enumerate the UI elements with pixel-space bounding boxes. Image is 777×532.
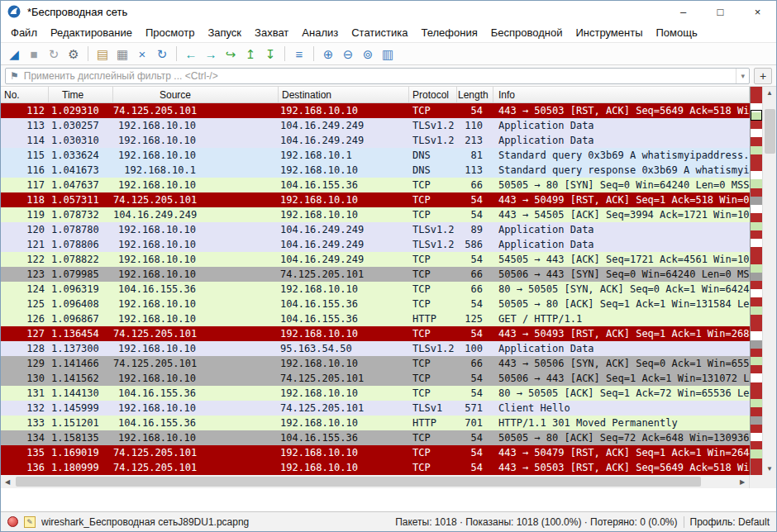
column-header-time[interactable]: Time — [49, 87, 113, 102]
filter-dropdown-icon[interactable]: ▾ — [736, 69, 745, 83]
packet-row-120[interactable]: 1201.078780192.168.10.10104.16.249.249TL… — [1, 222, 750, 237]
packet-row-124[interactable]: 1241.096319104.16.155.36192.168.10.10TCP… — [1, 282, 750, 297]
menu-edit[interactable]: Редактирование — [44, 24, 139, 41]
zoom-in-button[interactable]: ⊕ — [318, 44, 338, 64]
close-button[interactable]: × — [739, 1, 776, 22]
display-filter-input[interactable]: ⚑ Применить дисплейный фильтр ... <Ctrl-… — [5, 68, 750, 84]
expert-info-icon[interactable] — [7, 516, 18, 527]
minimap-stripe — [751, 239, 762, 247]
packet-len: 113 — [457, 163, 493, 178]
column-header-no[interactable]: No. — [1, 87, 49, 102]
packet-row-128[interactable]: 1281.137300192.168.10.1095.163.54.50TLSv… — [1, 341, 750, 356]
go-back-button[interactable]: ← — [181, 44, 201, 64]
column-header-proto[interactable]: Protocol — [409, 87, 457, 102]
packet-row-122[interactable]: 1221.078822192.168.10.10104.16.249.249TC… — [1, 252, 750, 267]
column-header-src[interactable]: Source — [113, 87, 279, 102]
packet-row-115[interactable]: 1151.033624192.168.10.10192.168.10.1DNS8… — [1, 148, 750, 163]
packet-row-130[interactable]: 1301.141562192.168.10.1074.125.205.101TC… — [1, 371, 750, 386]
menu-go[interactable]: Запуск — [201, 24, 248, 41]
packet-row-132[interactable]: 1321.145999192.168.10.1074.125.205.101TL… — [1, 401, 750, 416]
minimize-button[interactable]: – — [665, 1, 702, 22]
restart-capture-button[interactable]: ↻ — [44, 44, 64, 64]
packet-row-112[interactable]: 1121.02931074.125.205.101192.168.10.10TC… — [1, 103, 750, 118]
add-filter-button[interactable]: + — [754, 68, 772, 84]
packet-row-134[interactable]: 1341.158135192.168.10.10104.16.155.36TCP… — [1, 430, 750, 445]
resize-columns-button[interactable]: ▥ — [378, 44, 398, 64]
packet-row-136[interactable]: 1361.18099974.125.205.101192.168.10.10TC… — [1, 460, 750, 475]
column-header-dst[interactable]: Destination — [279, 87, 409, 102]
go-first-packet-button[interactable]: ↥ — [241, 44, 260, 64]
packet-row-133[interactable]: 1331.151201104.16.155.36192.168.10.10HTT… — [1, 416, 750, 430]
stop-capture-icon: ■ — [30, 48, 37, 60]
packet-row-131[interactable]: 1311.144130104.16.155.36192.168.10.10TCP… — [1, 386, 750, 401]
packet-row-121[interactable]: 1211.078806192.168.10.10104.16.249.249TL… — [1, 237, 750, 252]
horizontal-scrollbar-thumb[interactable] — [16, 477, 701, 487]
filter-bookmark-icon[interactable]: ⚑ — [10, 70, 19, 82]
packet-row-123[interactable]: 1231.079985192.168.10.1074.125.205.101TC… — [1, 267, 750, 282]
menu-statistics[interactable]: Статистика — [345, 24, 414, 41]
packet-row-114[interactable]: 1141.030310192.168.10.10104.16.249.249TL… — [1, 133, 750, 148]
auto-scroll-button[interactable]: ≡ — [289, 44, 309, 64]
packet-src: 104.16.155.36 — [113, 416, 279, 430]
packet-row-129[interactable]: 1291.14146674.125.205.101192.168.10.10TC… — [1, 356, 750, 371]
horizontal-scrollbar[interactable]: ◀ ▶ — [1, 475, 749, 488]
packet-row-118[interactable]: 1181.05731174.125.205.101192.168.10.10TC… — [1, 192, 750, 207]
column-header-len[interactable]: Length — [457, 87, 493, 102]
stop-capture-button[interactable]: ■ — [24, 44, 44, 64]
start-capture-button[interactable]: ◢ — [4, 44, 24, 64]
menu-telephony[interactable]: Телефония — [414, 24, 484, 41]
statusbar-separator — [684, 516, 684, 528]
packet-row-117[interactable]: 1171.047637192.168.10.10104.16.155.36TCP… — [1, 178, 750, 192]
scroll-up-icon[interactable]: ▲ — [763, 87, 776, 99]
packet-dst: 104.16.155.36 — [279, 311, 409, 326]
vertical-scrollbar[interactable]: ▲ ▼ — [762, 87, 776, 475]
scroll-down-icon[interactable]: ▼ — [763, 463, 776, 475]
capture-options-button[interactable]: ⚙ — [64, 44, 83, 64]
packet-no: 135 — [1, 445, 49, 460]
packet-len: 100 — [457, 341, 493, 356]
menu-analyze[interactable]: Анализ — [295, 24, 345, 41]
menu-wireless[interactable]: Беспроводной — [484, 24, 570, 41]
go-last-packet-button[interactable]: ↧ — [260, 44, 280, 64]
packet-time: 1.047637 — [49, 178, 113, 192]
close-file-button[interactable]: × — [132, 44, 152, 64]
minimap-stripe — [751, 331, 762, 340]
packet-row-127[interactable]: 1271.13645474.125.205.101192.168.10.10TC… — [1, 326, 750, 341]
scroll-right-icon[interactable]: ▶ — [736, 476, 749, 488]
go-to-packet-button[interactable]: ↪ — [221, 44, 241, 64]
packet-time: 1.096867 — [49, 311, 113, 326]
menu-tools[interactable]: Инструменты — [569, 24, 649, 41]
zoom-100-button[interactable]: ⊚ — [358, 44, 378, 64]
packet-src: 74.125.205.101 — [113, 356, 279, 371]
save-file-button[interactable]: ▦ — [112, 44, 132, 64]
packet-row-125[interactable]: 1251.096408192.168.10.10104.16.155.36TCP… — [1, 297, 750, 311]
packet-info: 443 → 50503 [RST, ACK] Seq=5649 Ack=518 … — [493, 460, 750, 475]
packet-src: 192.168.10.10 — [113, 148, 279, 163]
menu-file[interactable]: Файл — [4, 24, 44, 41]
packet-dst: 104.16.155.36 — [279, 430, 409, 445]
go-forward-button[interactable]: → — [201, 44, 221, 64]
packet-row-113[interactable]: 1131.030257192.168.10.10104.16.249.249TL… — [1, 118, 750, 133]
intelligent-scrollbar[interactable] — [750, 87, 762, 475]
column-header-info[interactable]: Info — [493, 87, 750, 102]
packet-row-135[interactable]: 1351.16901974.125.205.101192.168.10.10TC… — [1, 445, 750, 460]
open-file-button[interactable]: ▤ — [93, 44, 112, 64]
packet-row-119[interactable]: 1191.078732104.16.249.249192.168.10.10TC… — [1, 207, 750, 222]
maximize-button[interactable]: □ — [702, 1, 739, 22]
vertical-scrollbar-thumb[interactable] — [765, 109, 775, 154]
menu-capture[interactable]: Захват — [248, 24, 295, 41]
packet-row-126[interactable]: 1261.096867192.168.10.10104.16.155.36HTT… — [1, 311, 750, 326]
reload-file-button[interactable]: ↻ — [152, 44, 172, 64]
packet-proto: TCP — [409, 356, 457, 371]
minimap-stripe — [751, 323, 762, 331]
menu-view[interactable]: Просмотр — [139, 24, 201, 41]
open-file-icon: ▤ — [97, 48, 108, 60]
packet-row-116[interactable]: 1161.041673192.168.10.1192.168.10.10DNS1… — [1, 163, 750, 178]
profile-selector[interactable]: Профиль: Default — [690, 516, 770, 528]
capture-comment-icon[interactable]: ✎ — [24, 516, 36, 528]
menu-help[interactable]: Помощь — [650, 24, 704, 41]
filter-placeholder: Применить дисплейный фильтр ... <Ctrl-/> — [24, 70, 732, 82]
packet-list-header: No.TimeSourceDestinationProtocolLengthIn… — [1, 87, 750, 103]
scroll-left-icon[interactable]: ◀ — [1, 476, 14, 488]
zoom-out-button[interactable]: ⊖ — [338, 44, 358, 64]
